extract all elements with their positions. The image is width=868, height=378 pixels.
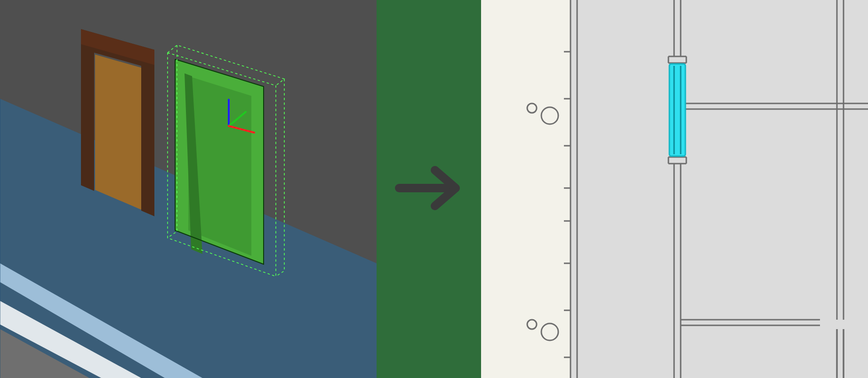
door-left-leaf: [95, 55, 141, 210]
viewport-2d[interactable]: [481, 0, 868, 378]
svg-rect-37: [669, 64, 685, 156]
plan-door-highlight[interactable]: [669, 64, 685, 156]
plan-exterior-ground: [481, 0, 571, 378]
scene-2d: [481, 0, 868, 378]
comparison-diagram: [0, 0, 868, 378]
separator-strip: [377, 0, 481, 378]
viewport-3d[interactable]: [0, 0, 377, 378]
plan-interior-floor: [571, 0, 868, 378]
arrow-icon: [394, 160, 464, 218]
scene-3d: [0, 0, 377, 378]
